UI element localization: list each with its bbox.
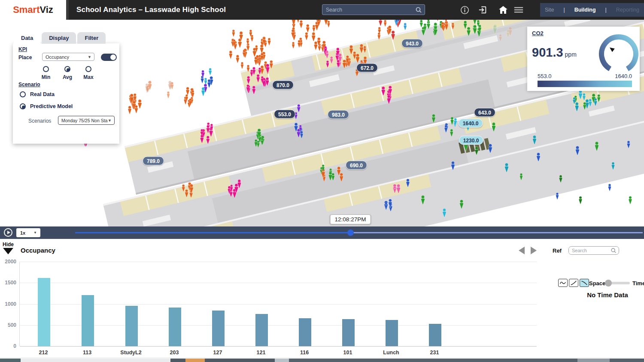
x-tick-label: 212 xyxy=(39,350,48,356)
occupancy-badge[interactable]: 553.0 xyxy=(274,110,295,119)
smartviz-app: SmartViz School Analytics – Lasswade Hig… xyxy=(0,0,644,362)
app-logo: SmartViz xyxy=(0,0,69,20)
scenario-option-predictive-model[interactable]: Predictive Model xyxy=(20,103,73,109)
co2-card: CO2 901.3ppm 553.0 1640.0 xyxy=(527,27,640,91)
occupancy-badge[interactable]: 1230.0 xyxy=(459,136,483,145)
menu-icon[interactable] xyxy=(513,5,524,15)
person-pin xyxy=(292,42,295,49)
bar-StudyL2[interactable] xyxy=(125,306,138,346)
occupancy-badge[interactable]: 983.0 xyxy=(328,110,349,119)
search-input[interactable] xyxy=(322,7,415,13)
person-pin xyxy=(267,38,270,45)
occupancy-badge[interactable]: 1640.0 xyxy=(459,119,483,128)
agg-option-min[interactable]: Min xyxy=(34,66,58,80)
occupancy-badge[interactable]: 643.0 xyxy=(474,108,495,117)
person-pin xyxy=(134,105,138,113)
person-pin xyxy=(138,100,142,109)
occupancy-badge[interactable]: 690.0 xyxy=(346,161,367,170)
space-time-slider[interactable] xyxy=(608,282,630,284)
scenarios-select[interactable]: Monday 75/25 Non Stagge ▼ xyxy=(58,116,115,125)
person-pin xyxy=(201,87,205,96)
speed-select[interactable]: 1x ▼ xyxy=(16,228,40,237)
bottom-scroll-strip[interactable] xyxy=(0,359,644,362)
occupancy-badge[interactable]: 870.0 xyxy=(272,81,294,90)
kpi-toggle[interactable] xyxy=(101,54,117,61)
scenario-heading: Scenario xyxy=(18,81,40,87)
page-right-button[interactable] xyxy=(531,247,537,254)
occupancy-badge[interactable]: 789.0 xyxy=(143,157,164,166)
bar-231[interactable] xyxy=(429,324,441,346)
ref-search-input[interactable] xyxy=(569,248,611,253)
x-tick-label: 203 xyxy=(170,350,179,356)
strip-segment xyxy=(21,359,170,362)
timeline-track-remaining[interactable] xyxy=(350,232,643,233)
home-icon[interactable] xyxy=(498,5,508,15)
kpi-heading: KPI xyxy=(18,46,27,52)
nav-item-reporting[interactable]: Reporting xyxy=(616,7,639,13)
person-pin xyxy=(608,184,611,191)
wave-chart-button[interactable] xyxy=(558,279,568,287)
x-tick-label: 121 xyxy=(257,350,266,356)
place-label: Place xyxy=(18,54,32,60)
timeline-bar: 1x ▼ 12:08:27PM xyxy=(0,226,644,239)
bar-116[interactable] xyxy=(299,318,311,346)
y-tick-label: 2000 xyxy=(0,259,16,265)
tab-display[interactable]: Display xyxy=(42,32,76,44)
person-pin xyxy=(384,20,387,27)
logout-icon[interactable] xyxy=(477,5,488,15)
radio-icon[interactable] xyxy=(20,103,26,109)
agg-option-avg[interactable]: Avg xyxy=(56,66,79,80)
divider xyxy=(0,358,644,358)
y-tick-label: 0 xyxy=(0,343,16,349)
slider-knob[interactable] xyxy=(605,280,612,287)
play-button[interactable] xyxy=(4,228,12,237)
bar-101[interactable] xyxy=(342,319,355,346)
x-tick-label: 101 xyxy=(343,350,352,356)
person-pin xyxy=(314,42,318,50)
scenario-option-real-data[interactable]: Real Data xyxy=(20,91,55,97)
radio-icon[interactable] xyxy=(20,91,26,97)
occupancy-badge[interactable]: 672.0 xyxy=(356,63,378,72)
radio-icon[interactable] xyxy=(43,66,49,72)
info-icon[interactable] xyxy=(459,5,470,15)
person-pin xyxy=(209,68,212,75)
page-left-button[interactable] xyxy=(519,247,525,254)
x-tick-label: Lunch xyxy=(383,350,399,356)
co2-min: 553.0 xyxy=(538,73,552,79)
place-select[interactable]: Occupancy ▼ xyxy=(42,53,94,61)
bar-127[interactable] xyxy=(212,311,225,346)
nav-item-site[interactable]: Site xyxy=(545,7,554,13)
y-tick-label: 1500 xyxy=(0,280,16,286)
person-pin xyxy=(436,20,439,21)
app-header: SmartViz School Analytics – Lasswade Hig… xyxy=(0,0,644,20)
person-pin xyxy=(167,91,170,98)
bar-203[interactable] xyxy=(169,308,181,346)
agg-option-max[interactable]: Max xyxy=(77,66,100,80)
bar-Lunch[interactable] xyxy=(386,320,398,346)
bar-113[interactable] xyxy=(82,295,94,346)
strip-segment xyxy=(577,359,610,362)
strip-segment xyxy=(185,359,205,362)
timeline-track-elapsed[interactable] xyxy=(75,232,350,233)
radio-icon[interactable] xyxy=(64,66,70,72)
search-icon[interactable] xyxy=(415,6,422,13)
hide-label: Hide xyxy=(3,241,14,247)
hide-chart-button[interactable]: Hide xyxy=(3,241,14,254)
occupancy-badge[interactable]: 943.0 xyxy=(401,39,423,48)
nav-item-building[interactable]: Building xyxy=(574,7,596,13)
rising-line-chart-button[interactable] xyxy=(569,279,578,287)
falling-curve-chart-button[interactable] xyxy=(580,279,589,287)
bar-212[interactable] xyxy=(38,278,50,346)
chart-panel: Hide Occupancy Ref 0500100015002000 xyxy=(0,239,644,359)
person-pin xyxy=(236,55,239,63)
tab-data[interactable]: Data xyxy=(14,32,40,44)
person-pin xyxy=(207,79,211,88)
time-tooltip: 12:08:27PM xyxy=(330,214,371,224)
radio-icon[interactable] xyxy=(85,66,91,72)
person-pin xyxy=(312,25,315,32)
bar-121[interactable] xyxy=(255,314,268,346)
chevron-down-icon: ▼ xyxy=(88,55,94,59)
tab-filter[interactable]: Filter xyxy=(77,32,106,44)
y-tick-label: 1000 xyxy=(0,301,16,307)
timeline-thumb[interactable] xyxy=(347,229,354,236)
